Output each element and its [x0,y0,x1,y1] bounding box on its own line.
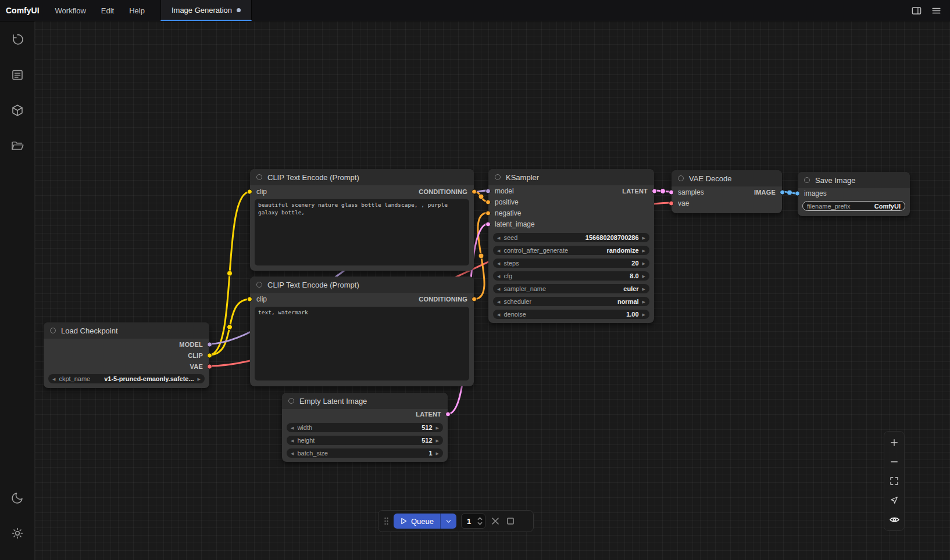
zoom-out-icon[interactable] [885,454,903,470]
workflows-folder-icon[interactable] [6,134,29,157]
port-dot-conditioning[interactable] [472,297,477,302]
increment-icon[interactable]: ▶ [436,451,439,455]
node-header[interactable]: KSampler [488,169,654,185]
increment-icon[interactable]: ▶ [436,426,439,430]
decrement-icon[interactable]: ◀ [291,439,294,443]
node-vae-decode[interactable]: VAE Decode samples IMAGE vae [672,170,782,213]
prompt-textarea[interactable]: beautiful scenery nature glass bottle la… [255,199,469,265]
collapse-dot-icon[interactable] [495,174,501,180]
node-ksampler[interactable]: KSampler model LATENT positive negative … [488,169,654,323]
port-dot-conditioning[interactable] [485,210,491,216]
batch-count-input[interactable]: 1 [461,514,485,529]
output-port-model[interactable]: MODEL [44,339,209,350]
decrement-icon[interactable]: ◀ [52,377,55,381]
widget-height[interactable]: ◀ height 512 ▶ [287,436,443,445]
decrement-icon[interactable]: ◀ [291,451,294,455]
port-dot-clip[interactable] [247,189,252,195]
collapse-dot-icon[interactable] [804,177,810,183]
increment-icon[interactable]: ▶ [642,236,645,240]
decrement-icon[interactable]: ◀ [497,274,500,278]
increment-icon[interactable]: ▶ [436,439,439,443]
collapse-dot-icon[interactable] [256,174,262,180]
port-dot-image[interactable] [780,189,785,195]
queue-options-chevron-icon[interactable] [440,514,456,529]
decrement-icon[interactable]: ◀ [497,236,500,240]
port-dot-conditioning[interactable] [485,199,491,204]
increment-icon[interactable]: ▶ [642,300,645,304]
decrement-icon[interactable]: ◀ [497,287,500,291]
menu-edit[interactable]: Edit [94,0,122,21]
stepper-up-icon[interactable] [477,517,483,520]
widget-scheduler[interactable]: ◀ scheduler normal ▶ [493,297,649,306]
toggle-visibility-icon[interactable] [885,511,903,527]
collapse-dot-icon[interactable] [256,282,262,288]
widget-steps[interactable]: ◀ steps 20 ▶ [493,259,649,268]
input-port-images[interactable]: images [798,188,910,199]
widget-sampler-name[interactable]: ◀ sampler_name euler ▶ [493,284,649,293]
drag-handle-icon[interactable] [384,516,389,526]
input-port-vae[interactable]: vae [672,198,782,209]
increment-icon[interactable]: ▶ [198,377,201,381]
menu-icon[interactable] [928,2,944,19]
port-dot-latent[interactable] [669,189,674,195]
widget-filename-prefix[interactable]: filename_prefix ComfyUI [802,201,905,211]
app-logo[interactable]: ComfyUI [0,0,48,21]
node-header[interactable]: Save Image [798,172,910,188]
port-dot-vae[interactable] [207,364,212,369]
select-mode-icon[interactable] [885,492,903,508]
node-clip-text-encode-positive[interactable]: CLIP Text Encode (Prompt) clip CONDITION… [250,169,474,271]
widget-ckpt-name[interactable]: ◀ ckpt_name v1-5-pruned-emaonly.safete..… [48,374,205,383]
tab-image-generation[interactable]: Image Generation [160,0,252,21]
node-header[interactable]: CLIP Text Encode (Prompt) [250,277,474,293]
node-header[interactable]: CLIP Text Encode (Prompt) [250,169,474,185]
model-library-icon[interactable] [6,99,29,122]
stop-icon[interactable] [505,516,516,526]
decrement-icon[interactable]: ◀ [497,249,500,253]
menu-workflow[interactable]: Workflow [48,0,94,21]
widget-batch-size[interactable]: ◀ batch_size 1 ▶ [287,448,443,458]
node-header[interactable]: Empty Latent Image [282,393,448,409]
menu-help[interactable]: Help [122,0,152,21]
node-header[interactable]: VAE Decode [672,170,782,186]
history-icon[interactable] [6,28,29,51]
node-templates-icon[interactable] [6,63,29,87]
node-empty-latent-image[interactable]: Empty Latent Image LATENT ◀ width 512 ▶ … [282,393,448,462]
widget-width[interactable]: ◀ width 512 ▶ [287,423,443,432]
collapse-dot-icon[interactable] [678,175,684,181]
port-dot-conditioning[interactable] [472,189,477,195]
input-port-negative[interactable]: negative [488,207,654,218]
port-dot-latent[interactable] [445,412,451,417]
node-clip-text-encode-negative[interactable]: CLIP Text Encode (Prompt) clip CONDITION… [250,277,474,386]
increment-icon[interactable]: ▶ [642,249,645,253]
port-dot-vae[interactable] [669,200,674,206]
widget-cfg[interactable]: ◀ cfg 8.0 ▶ [493,271,649,281]
output-port-latent[interactable]: LATENT [282,409,448,419]
decrement-icon[interactable]: ◀ [497,300,500,304]
queue-button[interactable]: Queue [394,514,456,529]
settings-gear-icon[interactable] [6,522,29,545]
node-save-image[interactable]: Save Image images filename_prefix ComfyU… [798,172,910,216]
stepper-down-icon[interactable] [477,522,483,525]
port-dot-image[interactable] [795,191,800,196]
node-header[interactable]: Load Checkpoint [44,322,209,339]
input-port-positive[interactable]: positive [488,196,654,207]
increment-icon[interactable]: ▶ [642,261,645,265]
port-dot-model[interactable] [207,342,212,347]
port-dot-latent[interactable] [485,221,491,227]
port-dot-clip[interactable] [247,297,252,302]
output-port-vae[interactable]: VAE [44,361,209,372]
port-dot-clip[interactable] [207,353,212,358]
fit-view-icon[interactable] [885,473,903,489]
port-dot-model[interactable] [485,188,491,193]
cancel-icon[interactable] [490,516,501,526]
increment-icon[interactable]: ▶ [642,287,645,291]
increment-icon[interactable]: ▶ [642,274,645,278]
collapse-dot-icon[interactable] [50,328,56,333]
collapse-dot-icon[interactable] [288,398,294,404]
prompt-textarea[interactable]: text, watermark [255,307,469,380]
node-load-checkpoint[interactable]: Load Checkpoint MODEL CLIP VAE ◀ ckpt_na… [44,322,209,388]
decrement-icon[interactable]: ◀ [291,426,294,430]
decrement-icon[interactable]: ◀ [497,313,500,317]
increment-icon[interactable]: ▶ [642,313,645,317]
widget-control-after-generate[interactable]: ◀ control_after_generate randomize ▶ [493,246,649,255]
